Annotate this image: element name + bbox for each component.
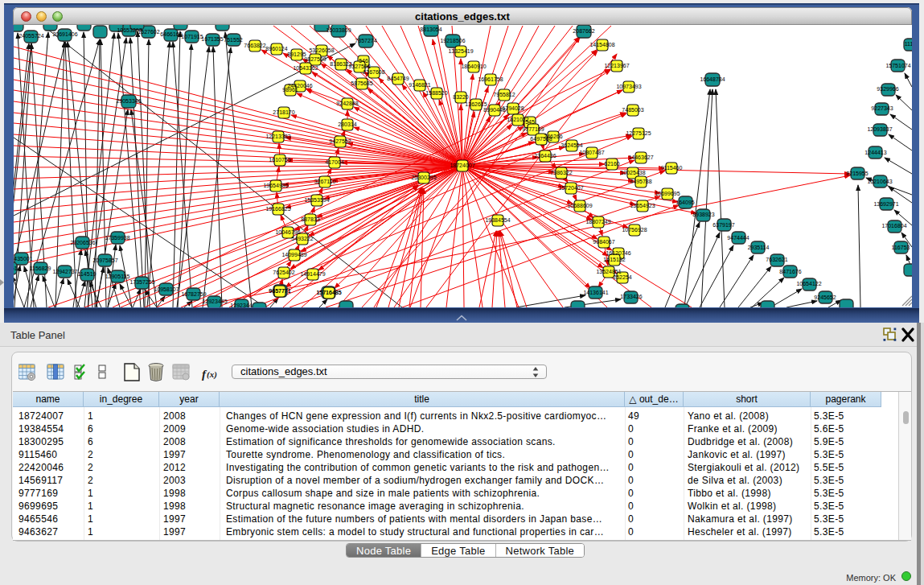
svg-text:10543362: 10543362 [293, 65, 318, 71]
svg-text:16210643: 16210643 [867, 179, 892, 184]
svg-text:1527602: 1527602 [138, 29, 159, 35]
svg-text:545: 545 [525, 119, 535, 125]
svg-text:9327508: 9327508 [348, 64, 370, 69]
svg-text:5875685: 5875685 [351, 80, 372, 86]
svg-text:8471676: 8471676 [779, 269, 801, 274]
svg-text:83220: 83220 [453, 94, 469, 100]
svg-text:5493222: 5493222 [291, 236, 313, 241]
svg-text:13524851: 13524851 [596, 269, 621, 274]
svg-text:19384554: 19384554 [485, 217, 510, 223]
svg-text:3624554: 3624554 [561, 142, 582, 148]
svg-text:10958107: 10958107 [154, 286, 179, 292]
svg-text:17359938: 17359938 [105, 235, 129, 241]
svg-text:12905115: 12905115 [105, 274, 130, 279]
svg-text:14136141: 14136141 [583, 290, 608, 295]
svg-text:39151: 39151 [14, 266, 18, 271]
svg-text:25300295: 25300295 [411, 175, 436, 180]
svg-text:98961: 98961 [282, 87, 298, 93]
svg-text:9084067: 9084067 [593, 239, 614, 245]
svg-text:4495788: 4495788 [630, 179, 651, 184]
svg-text:12213967: 12213967 [604, 63, 629, 68]
svg-text:9227343: 9227343 [871, 105, 893, 111]
svg-text:10688609: 10688609 [567, 203, 592, 208]
svg-text:9245652: 9245652 [814, 295, 836, 300]
svg-text:10025438: 10025438 [620, 170, 645, 175]
svg-text:9242848: 9242848 [336, 101, 358, 106]
svg-text:13325419: 13325419 [448, 48, 473, 54]
svg-text:14099489: 14099489 [281, 252, 306, 257]
svg-text:164095: 164095 [676, 200, 694, 205]
svg-text:2087662: 2087662 [573, 28, 594, 34]
svg-text:9474444: 9474444 [727, 235, 749, 241]
svg-text:16120746: 16120746 [606, 250, 630, 256]
svg-text:8960124: 8960124 [265, 46, 287, 51]
svg-text:7485003: 7485003 [622, 107, 643, 113]
svg-text:546: 546 [359, 58, 368, 64]
svg-text:1156829: 1156829 [30, 266, 51, 271]
svg-text:12275125: 12275125 [626, 130, 651, 136]
svg-text:19166825: 19166825 [265, 206, 290, 212]
svg-text:10756928: 10756928 [622, 227, 647, 233]
svg-text:15716485: 15716485 [316, 290, 341, 295]
svg-text:9827509: 9827509 [304, 56, 326, 62]
svg-text:2435001: 2435001 [14, 256, 33, 262]
svg-text:9146821: 9146821 [409, 82, 430, 88]
svg-text:9657771: 9657771 [269, 288, 290, 294]
svg-text:13692971: 13692971 [873, 201, 898, 207]
svg-text:8454749: 8454749 [387, 76, 409, 81]
svg-text:1610755: 1610755 [269, 157, 290, 163]
svg-text:1362615: 1362615 [465, 101, 487, 107]
svg-text:12923445: 12923445 [202, 299, 227, 304]
svg-text:29053346: 29053346 [116, 98, 141, 104]
svg-text:9427552: 9427552 [329, 138, 351, 144]
svg-text:16782759: 16782759 [181, 291, 206, 297]
svg-text:20691406: 20691406 [52, 31, 77, 37]
svg-text:16033809: 16033809 [326, 27, 351, 33]
svg-text:6379197: 6379197 [713, 222, 734, 228]
svg-text:6794028: 6794028 [502, 105, 524, 111]
svg-text:751552: 751552 [224, 37, 242, 43]
svg-text:10807487: 10807487 [579, 150, 604, 155]
svg-text:8938923: 8938923 [692, 212, 714, 217]
svg-text:417004: 417004 [325, 159, 343, 165]
svg-text:53226058: 53226058 [309, 47, 334, 53]
svg-text:19218506: 19218506 [440, 38, 465, 43]
svg-text:1244413: 1244413 [864, 150, 886, 155]
svg-text:2718170: 2718170 [273, 109, 294, 115]
svg-text:1071915: 1071915 [181, 34, 203, 39]
svg-text:7625402: 7625402 [273, 270, 294, 275]
svg-text:62160: 62160 [604, 161, 620, 167]
svg-text:18807249: 18807249 [585, 219, 610, 225]
svg-text:10973493: 10973493 [616, 84, 641, 89]
svg-text:20206536: 20206536 [70, 240, 95, 245]
svg-text:17357255: 17357255 [129, 279, 154, 285]
svg-text:14154808: 14154808 [589, 42, 614, 47]
svg-text:12213383: 12213383 [265, 134, 290, 139]
svg-text:3267110: 3267110 [314, 179, 336, 184]
svg-text:6466160: 6466160 [160, 31, 182, 37]
svg-text:14914479: 14914479 [300, 271, 325, 277]
svg-text:7986322: 7986322 [550, 170, 572, 175]
svg-text:252254: 252254 [613, 274, 631, 280]
svg-text:8813054: 8813054 [420, 27, 441, 32]
svg-text:2935114: 2935114 [748, 245, 770, 250]
svg-text:1615132: 1615132 [603, 257, 625, 262]
svg-text:16961758: 16961758 [478, 76, 503, 82]
svg-text:9329966: 9329966 [877, 86, 898, 92]
svg-text:7955812: 7955812 [493, 92, 515, 97]
svg-text:114519: 114519 [78, 271, 97, 277]
svg-text:14463627: 14463627 [628, 154, 653, 160]
svg-text:16648784: 16648784 [700, 76, 725, 82]
svg-text:10046796: 10046796 [275, 229, 300, 235]
svg-text:1671355: 1671355 [201, 36, 223, 42]
svg-text:15353594: 15353594 [304, 197, 329, 203]
svg-text:746266: 746266 [544, 134, 562, 139]
svg-text:18640910: 18640910 [461, 64, 486, 69]
svg-text:1117: 1117 [905, 41, 912, 47]
svg-text:2364436: 2364436 [534, 153, 556, 159]
svg-text:19654985: 19654985 [263, 183, 288, 188]
svg-text:891295: 891295 [287, 51, 306, 57]
svg-text:18724007: 18724007 [450, 163, 474, 168]
svg-text:13654923: 13654923 [630, 203, 655, 208]
svg-text:15720407: 15720407 [558, 185, 583, 191]
